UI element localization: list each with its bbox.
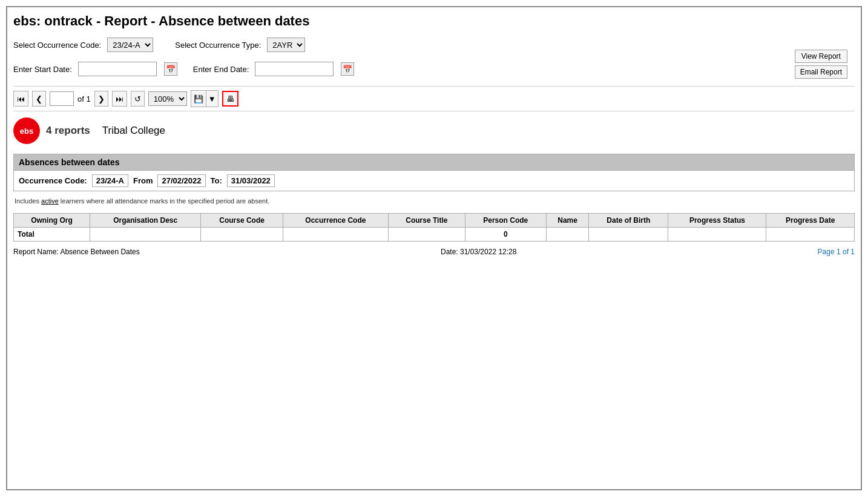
top-buttons-panel: View Report Email Report [795, 50, 847, 79]
col-org-desc: Organisation Desc [90, 214, 201, 228]
total-progress-status [668, 228, 766, 242]
footer-page-info: Page 1 of 1 [818, 248, 855, 256]
to-date-value: 31/03/2022 [227, 174, 275, 187]
end-date-input[interactable]: 3/31/2022 [255, 62, 334, 76]
report-table: Owning Org Organisation Desc Course Code… [13, 213, 855, 242]
end-date-label: Enter End Date: [193, 65, 249, 74]
page-number-input[interactable]: 1 [50, 91, 74, 106]
first-page-button[interactable]: ⏮ [13, 91, 28, 107]
total-progress-date [766, 228, 855, 242]
col-dob: Date of Birth [589, 214, 668, 228]
save-button[interactable]: 💾 [191, 91, 206, 107]
total-name [546, 228, 588, 242]
ebs-logo: ebs [13, 117, 40, 144]
total-occurrence-code [283, 228, 388, 242]
occurrence-code-detail-label: Occurrence Code: [19, 176, 87, 185]
report-summary-box: Absences between dates Occurrence Code: … [13, 154, 855, 191]
report-note: Includes active learners where all atten… [13, 197, 855, 205]
col-occurrence-code: Occurrence Code [283, 214, 388, 228]
from-label: From [133, 176, 153, 185]
view-report-button[interactable]: View Report [795, 50, 847, 63]
col-name: Name [546, 214, 588, 228]
occurrence-code-select[interactable]: 23/24-A [107, 38, 153, 52]
report-section-title: Absences between dates [14, 154, 854, 171]
report-toolbar: ⏮ ❮ 1 of 1 ❯ ⏭ ↺ 100% 50% 75% 125% 150% … [13, 86, 855, 111]
footer-report-name: Report Name: Absence Between Dates [13, 248, 140, 256]
footer-date-label: Date: [441, 248, 458, 256]
last-page-button[interactable]: ⏭ [112, 91, 127, 107]
footer-date: Date: 31/03/2022 12:28 [441, 248, 516, 256]
col-person-code: Person Code [465, 214, 546, 228]
footer-date-value: 31/03/2022 12:28 [460, 248, 516, 256]
total-course-title [389, 228, 465, 242]
occurrence-code-detail-value: 23/24-A [92, 174, 128, 187]
page-title: ebs: ontrack - Report - Absence between … [13, 13, 855, 29]
to-label: To: [211, 176, 222, 185]
occurrence-type-select[interactable]: 2AYR [267, 38, 305, 52]
reports-label: 4 reports [46, 125, 90, 137]
total-org-desc [90, 228, 201, 242]
col-progress-date: Progress Date [766, 214, 855, 228]
back-button[interactable]: ↺ [131, 91, 145, 107]
table-row-total: Total 0 [14, 228, 855, 242]
footer-report-name-label: Report Name: [13, 248, 59, 256]
start-date-calendar-icon[interactable]: 📅 [164, 62, 177, 76]
col-owning-org: Owning Org [14, 214, 90, 228]
total-person-code: 0 [465, 228, 546, 242]
report-occurrence-row: Occurrence Code: 23/24-A From 27/02/2022… [14, 171, 854, 191]
report-footer: Report Name: Absence Between Dates Date:… [13, 248, 855, 256]
end-date-calendar-icon[interactable]: 📅 [341, 62, 354, 76]
occurrence-type-label: Select Occurrence Type: [175, 41, 261, 50]
print-button[interactable]: 🖶 [222, 91, 238, 107]
col-progress-status: Progress Status [668, 214, 766, 228]
college-name: Tribal College [102, 125, 165, 137]
table-header-row: Owning Org Organisation Desc Course Code… [14, 214, 855, 228]
email-report-button[interactable]: Email Report [795, 65, 847, 79]
next-page-button[interactable]: ❯ [94, 91, 108, 107]
start-date-label: Enter Start Date: [13, 65, 72, 74]
save-split-button: 💾 ▼ [191, 90, 219, 107]
from-date-value: 27/02/2022 [157, 174, 205, 187]
active-link[interactable]: active [41, 197, 59, 205]
page-count-label: of 1 [77, 94, 91, 104]
col-course-code: Course Code [201, 214, 283, 228]
save-dropdown-button[interactable]: ▼ [206, 91, 218, 107]
occurrence-code-label: Select Occurrence Code: [13, 41, 101, 50]
report-header: ebs 4 reports Tribal College [13, 117, 855, 144]
start-date-input[interactable]: 2/27/2022 [78, 62, 157, 76]
footer-report-name-value: Absence Between Dates [60, 248, 139, 256]
total-dob [589, 228, 668, 242]
zoom-select[interactable]: 100% 50% 75% 125% 150% [148, 91, 187, 106]
col-course-title: Course Title [389, 214, 465, 228]
total-course-code [201, 228, 283, 242]
prev-page-button[interactable]: ❮ [32, 91, 46, 107]
total-label: Total [14, 228, 90, 242]
